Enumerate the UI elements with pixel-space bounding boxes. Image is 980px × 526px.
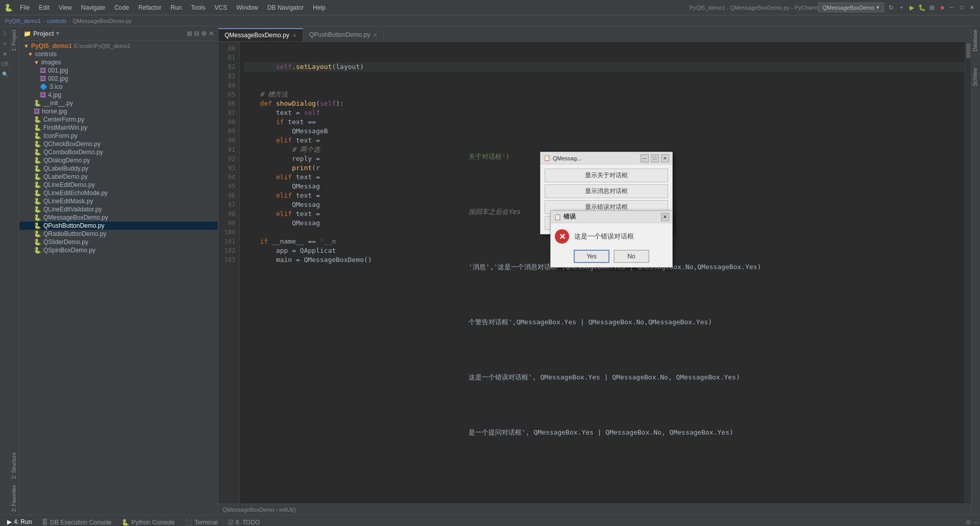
- expand-all-icon[interactable]: ⊞: [187, 30, 192, 37]
- close-button[interactable]: ✕: [968, 4, 976, 12]
- menu-file[interactable]: File: [16, 3, 34, 12]
- coverage-icon[interactable]: ⊞: [927, 3, 937, 13]
- file-firstmainwin: FirstMainWin.py: [43, 124, 87, 131]
- tree-qspinboxdemo[interactable]: 🐍 QSpinBoxDemo.py: [19, 246, 218, 254]
- debug-icon[interactable]: 🐛: [917, 3, 927, 13]
- tree-qpushbutton[interactable]: 🐍 QPushButtonDemo.py: [19, 222, 218, 230]
- settings-icon[interactable]: ⚙: [201, 30, 207, 37]
- tree-qlineedit[interactable]: 🐍 QLineEditDemo.py: [19, 181, 218, 189]
- menu-code[interactable]: Code: [110, 3, 133, 12]
- close-panel-icon[interactable]: ✕: [209, 30, 214, 37]
- scrollbar-thumb[interactable]: [966, 43, 970, 58]
- tab-qpushbutton-close[interactable]: ✕: [373, 32, 377, 38]
- db-browser-icon[interactable]: DB: [1, 59, 10, 68]
- tree-qradiobutton[interactable]: 🐍 QRadioButtonDemo.py: [19, 230, 218, 238]
- tree-root-path: E:\code\PyQt5_demo1: [74, 43, 131, 49]
- run-play-icon[interactable]: ▶: [906, 3, 917, 13]
- update-icon[interactable]: ↻: [886, 3, 896, 13]
- tree-4jpg[interactable]: 🖼 4.jpg: [19, 91, 218, 99]
- project-icon[interactable]: 1: [1, 29, 10, 38]
- tree-controls-folder[interactable]: ▼ controls: [19, 50, 218, 58]
- menu-help[interactable]: Help: [309, 3, 330, 12]
- error-title-label: 错误: [564, 212, 576, 221]
- tree-init-py[interactable]: 🐍 __init__.py: [19, 99, 218, 107]
- tab-qmessagebox[interactable]: QMessageBoxDemo.py ✕: [218, 28, 303, 41]
- bottom-tab-db-exec[interactable]: 🗄 DB Execution Console: [37, 516, 116, 527]
- qmsg-minimize-button[interactable]: ─: [641, 154, 649, 162]
- tab-structure[interactable]: 2: Structure: [10, 449, 19, 482]
- minimize-button[interactable]: ─: [947, 4, 955, 12]
- tree-qlineeditval[interactable]: 🐍 QLineEditValidator.py: [19, 205, 218, 213]
- settings-gear-icon[interactable]: ⚙: [966, 519, 971, 526]
- tree-qdialog[interactable]: 🐍 QDialogDemo.py: [19, 156, 218, 164]
- menu-window[interactable]: Window: [232, 3, 262, 12]
- file-qlabeldemo: QLabelDemo.py: [43, 173, 88, 180]
- bottom-tab-run[interactable]: ▶ 4: Run: [2, 516, 37, 527]
- favorites-icon[interactable]: ★: [1, 49, 10, 58]
- stop-icon[interactable]: ■: [937, 3, 947, 13]
- tree-002jpg[interactable]: 🖼 002.jpg: [19, 75, 218, 83]
- tab-qmessagebox-close[interactable]: ✕: [292, 33, 297, 38]
- bottom-tab-terminal[interactable]: ⬛ Terminal: [180, 516, 223, 527]
- file-qmessagebox: QMessageBoxDemo.py: [43, 214, 108, 221]
- qmsg-maximize-button[interactable]: □: [651, 154, 659, 162]
- tree-qlabelbuddy[interactable]: 🐍 QLabelBuddy.py: [19, 164, 218, 173]
- tab-project[interactable]: 1: Project: [10, 27, 19, 54]
- menu-view[interactable]: View: [55, 3, 76, 12]
- tree-root-name: PyQt5_demo1: [31, 42, 72, 50]
- file-qlineeditmask: QLineEditMask.py: [43, 198, 93, 205]
- menu-tools[interactable]: Tools: [187, 3, 209, 12]
- search-icon[interactable]: 🔍: [1, 69, 10, 79]
- menu-vcs[interactable]: VCS: [210, 3, 231, 12]
- menu-db-nav[interactable]: DB Navigator: [263, 3, 308, 12]
- tree-centerform[interactable]: 🐍 CenterForm.py: [19, 115, 218, 124]
- tree-horsejpg[interactable]: 🖼 horse.jpg: [19, 107, 218, 115]
- structure-icon[interactable]: ≡: [1, 39, 10, 48]
- qmsg-dialog-title: QMessag...: [553, 155, 641, 161]
- code-line-89: QMessageB: [244, 127, 967, 136]
- menu-refactor[interactable]: Refactor: [134, 3, 165, 12]
- menu-run[interactable]: Run: [166, 3, 186, 12]
- btn-msg-dialog[interactable]: 显示消息对话框: [545, 184, 668, 198]
- collapse-all-icon[interactable]: ⊟: [194, 30, 199, 37]
- code-content[interactable]: self.setLayout(layout) # 槽方法 def showDia…: [240, 42, 971, 504]
- bottom-tab-todo[interactable]: ☑ 6: TODO: [223, 516, 265, 527]
- tree-root[interactable]: ▼ PyQt5_demo1 E:\code\PyQt5_demo1: [19, 42, 218, 50]
- error-titlebar: 📋 错误 ✕: [551, 211, 672, 223]
- code-line-80: [244, 44, 967, 53]
- breadcrumb-folder[interactable]: controls: [47, 18, 67, 24]
- tab-database[interactable]: Database: [971, 27, 980, 55]
- project-title: Project: [33, 30, 54, 37]
- tree-3ico[interactable]: 🔷 3.ico: [19, 83, 218, 91]
- tree-qmessagebox[interactable]: 🐍 QMessageBoxDemo.py: [19, 213, 218, 222]
- error-close-button[interactable]: ✕: [661, 213, 669, 221]
- menu-navigate[interactable]: Navigate: [77, 3, 109, 12]
- tree-qcheckbox[interactable]: 🐍 QCheckBoxDemo.py: [19, 140, 218, 148]
- btn-about-dialog[interactable]: 显示关于对话框: [545, 169, 668, 182]
- tab-favorites[interactable]: 2: Favorites: [10, 482, 19, 515]
- tree-iconform[interactable]: 🐍 IconForm.py: [19, 132, 218, 140]
- tree-firstmainwin[interactable]: 🐍 FirstMainWin.py: [19, 124, 218, 132]
- hide-panel-icon[interactable]: ─: [973, 519, 978, 526]
- tree-qlabeldemo[interactable]: 🐍 QLabelDemo.py: [19, 173, 218, 181]
- tab-sciview[interactable]: SciView: [971, 65, 980, 89]
- bottom-tab-python-console[interactable]: 🐍 Python Console: [116, 516, 180, 527]
- error-yes-button[interactable]: Yes: [574, 250, 609, 263]
- breadcrumb-project[interactable]: PyQt5_demo1: [5, 18, 41, 24]
- tree-001jpg[interactable]: 🖼 001.jpg: [19, 66, 218, 75]
- tree-qlineeditmask[interactable]: 🐍 QLineEditMask.py: [19, 197, 218, 205]
- add-config-icon[interactable]: +: [896, 3, 906, 13]
- titlebar: 🐍 File Edit View Navigate Code Refactor …: [0, 0, 980, 15]
- error-no-button[interactable]: No: [614, 250, 649, 263]
- file-3ico: 3.ico: [50, 83, 62, 90]
- run-config-dropdown[interactable]: QMessageBoxDemo ▾: [818, 3, 885, 12]
- tree-qsliderdemo[interactable]: 🐍 QSliderDemo.py: [19, 238, 218, 246]
- qmsg-close-button[interactable]: ✕: [661, 154, 669, 162]
- tree-images-folder[interactable]: ▼ images: [19, 58, 218, 66]
- menu-edit[interactable]: Edit: [35, 3, 54, 12]
- tree-qcombobox[interactable]: 🐍 QComboBoxDemo.py: [19, 148, 218, 156]
- tab-qpushbutton[interactable]: QPushButtonDemo.py ✕: [303, 28, 384, 41]
- breadcrumb-sep1: ›: [43, 18, 45, 24]
- tree-qlineediecho[interactable]: 🐍 QLineEditEchoMode.py: [19, 189, 218, 197]
- maximize-button[interactable]: □: [958, 4, 966, 12]
